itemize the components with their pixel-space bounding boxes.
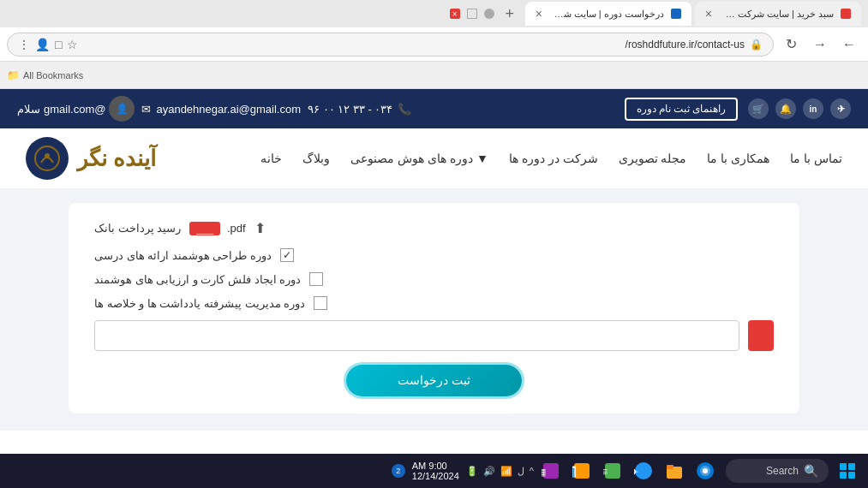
- bookmarks-label: All Bookmarks: [23, 70, 83, 80]
- submit-row: ثبت درخواست: [94, 365, 774, 396]
- email-info: ayandehnegar.ai@gmail.com ✉: [141, 103, 301, 116]
- file-pdf-label: pdf.: [227, 222, 246, 235]
- logo-text: آینده نگر: [77, 146, 156, 172]
- clock-time: 9:00 AM: [412, 461, 447, 471]
- forward-button[interactable]: →: [808, 33, 832, 57]
- tray-arrow[interactable]: ^: [530, 466, 534, 476]
- tab1-close[interactable]: ×: [705, 7, 712, 21]
- nav-majale[interactable]: مجله تصویری: [619, 152, 687, 165]
- checkbox-3[interactable]: [314, 296, 327, 310]
- cart-icon[interactable]: 🛒: [748, 98, 769, 119]
- red-indicator: [748, 320, 774, 351]
- refresh-button[interactable]: ↻: [779, 33, 803, 57]
- svg-text:📊: 📊: [572, 465, 577, 478]
- win-square-1: [848, 463, 855, 470]
- form-card: ⬆ pdf. ___ رسید پرداخت بانک ✓ دوره طراحی…: [69, 203, 799, 414]
- back-button[interactable]: ←: [837, 33, 861, 57]
- tabs-bar: سبد خرید | سایت شرکت فناور آی... × درخوا…: [0, 0, 868, 27]
- win-square-3: [848, 472, 855, 479]
- user-email-text: @gmail.com: [44, 103, 105, 116]
- tab2-title: درخواست دوره | سایت شرکت فنا...: [553, 9, 664, 20]
- site-content: ✈ in 🔔 🛒 راهنمای ثبت نام دوره 📞 ۰۳۴ - ۳۳…: [0, 89, 868, 461]
- taskbar-search[interactable]: 🔍 Search: [726, 459, 829, 483]
- browser-chrome: سبد خرید | سایت شرکت فناور آی... × درخوا…: [0, 0, 868, 89]
- checkbox-row-2: دوره ایجاد فلش کارت و ارزیابی های هوشمند: [94, 272, 774, 286]
- taskbar: 🔍 Search ✈ ≡ 📊 ▦ ^ ل 📶 🔊 🔋: [0, 454, 868, 488]
- checkbox-2[interactable]: [309, 272, 323, 286]
- new-tab-button[interactable]: +: [498, 2, 522, 26]
- form-text-input[interactable]: [94, 320, 739, 351]
- maximize-button[interactable]: [467, 9, 477, 19]
- top-bar: ✈ in 🔔 🛒 راهنمای ثبت نام دوره 📞 ۰۳۴ - ۳۳…: [0, 89, 868, 128]
- minimize-button[interactable]: [484, 9, 494, 19]
- register-course-button[interactable]: راهنمای ثبت نام دوره: [625, 98, 738, 121]
- menu-icon[interactable]: ⋮: [18, 38, 30, 51]
- user-avatar: 👤: [109, 96, 135, 122]
- checkbox-label-3: دوره مدیریت پیشرفته یادداشت ها و خلاصه ه…: [94, 297, 305, 310]
- volume-icon[interactable]: 🔊: [483, 466, 495, 477]
- taskbar-cortana[interactable]: [693, 459, 717, 483]
- profile-icon[interactable]: 👤: [35, 38, 50, 51]
- address-text: roshddfuture.ir/contact-us/: [83, 39, 745, 51]
- taskbar-telegram[interactable]: ✈: [632, 459, 655, 483]
- nav-sherkat[interactable]: شرکت در دوره ها: [509, 152, 598, 165]
- svg-point-4: [703, 468, 708, 473]
- svg-point-1: [45, 153, 50, 158]
- tray-keyboard: ل: [518, 466, 524, 477]
- taskbar-search-label: Search: [766, 465, 799, 477]
- clock-date: 12/14/2024: [412, 471, 459, 481]
- nav-home[interactable]: خانه: [260, 152, 282, 165]
- main-content: ⬆ pdf. ___ رسید پرداخت بانک ✓ دوره طراحی…: [0, 189, 868, 431]
- upload-icon[interactable]: ⬆: [254, 220, 266, 236]
- nav-hamkari[interactable]: همکاری با ما: [707, 152, 769, 165]
- nav-blog[interactable]: وبلاگ: [302, 152, 330, 165]
- email-icon: ✉: [141, 103, 151, 116]
- checkbox-row-1: ✓ دوره طراحی هوشمند ارائه های درسی: [94, 248, 774, 262]
- battery-icon: 🔋: [466, 466, 478, 477]
- telegram-icon[interactable]: ✈: [830, 98, 851, 119]
- tab-1[interactable]: سبد خرید | سایت شرکت فناور آی... ×: [695, 2, 861, 26]
- nav-tamas[interactable]: تماس با ما: [790, 152, 842, 165]
- address-bar-icons: ☆ □ 👤 ⋮: [18, 38, 78, 51]
- extension-icon[interactable]: □: [55, 38, 62, 51]
- tab2-favicon: [671, 9, 681, 19]
- sys-tray: ^ ل 📶 🔊 🔋: [466, 466, 534, 477]
- svg-rect-6: [667, 465, 673, 469]
- taskbar-icon-5[interactable]: 📊: [570, 459, 594, 483]
- nav-links: تماس با ما همکاری با ما مجله تصویری شرکت…: [260, 152, 842, 165]
- taskbar-file-explorer[interactable]: [662, 459, 686, 483]
- checkbox-1[interactable]: ✓: [280, 248, 294, 262]
- svg-text:✈: ✈: [634, 467, 638, 477]
- nav-doreh[interactable]: ▼ دوره های هوش مصنوعی: [350, 152, 488, 165]
- checkmark-icon: ✓: [283, 249, 291, 261]
- greeting-text: سلام: [17, 103, 40, 116]
- tab-2[interactable]: درخواست دوره | سایت شرکت فنا... ×: [525, 2, 691, 26]
- phone-info: 📞 ۰۳۴ - ۳۳ ۱۲ ۰۰ ۹۶: [308, 103, 411, 116]
- wifi-icon[interactable]: 📶: [500, 466, 512, 477]
- linkedin-icon[interactable]: in: [803, 98, 823, 119]
- svg-text:≡: ≡: [603, 466, 608, 478]
- start-button[interactable]: [834, 457, 861, 485]
- win-square-2: [840, 463, 847, 470]
- user-email-section: 👤 @gmail.com سلام: [17, 96, 135, 122]
- address-bar[interactable]: 🔒 roshddfuture.ir/contact-us/ ☆ □ 👤 ⋮: [7, 33, 774, 57]
- taskbar-icons: ✈ ≡ 📊 ▦: [539, 459, 717, 483]
- svg-text:▦: ▦: [542, 467, 546, 477]
- star-icon[interactable]: ☆: [67, 38, 78, 51]
- submit-button[interactable]: ثبت درخواست: [346, 365, 522, 396]
- bell-icon[interactable]: 🔔: [775, 98, 796, 119]
- tab2-close[interactable]: ×: [536, 7, 542, 21]
- taskbar-icon-4[interactable]: ≡: [601, 459, 625, 483]
- file-row-label: رسید پرداخت بانک: [94, 222, 181, 235]
- site-logo: آینده نگر: [26, 137, 156, 180]
- taskbar-icon-6[interactable]: ▦: [539, 459, 563, 483]
- close-button[interactable]: ×: [450, 9, 460, 19]
- win-square-4: [840, 472, 847, 479]
- file-name-label: pdf. ___: [189, 222, 245, 235]
- email-text: ayandehnegar.ai@gmail.com: [156, 103, 301, 116]
- time-display[interactable]: 9:00 AM 12/14/2024: [412, 461, 459, 481]
- notification-badge[interactable]: 2: [392, 464, 405, 478]
- bookmarks-bar: All Bookmarks 📁: [0, 62, 868, 89]
- bookmarks-folder-icon: 📁: [7, 69, 20, 81]
- file-upload-row: ⬆ pdf. ___ رسید پرداخت بانک: [94, 220, 774, 236]
